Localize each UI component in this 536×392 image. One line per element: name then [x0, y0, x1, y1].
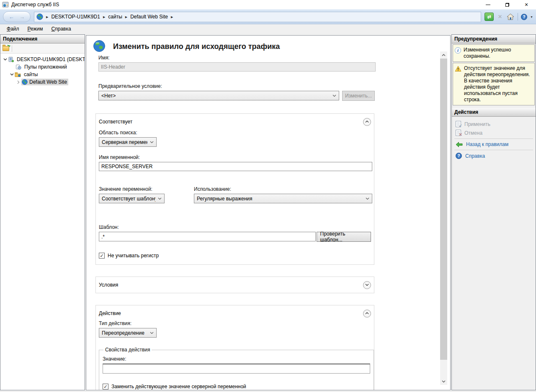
app-pools-icon	[15, 64, 21, 70]
variable-value-selected: Соответствует шаблону	[102, 196, 155, 202]
scope-label: Область поиска:	[99, 130, 371, 136]
menu-help[interactable]: Справка	[47, 25, 75, 33]
variable-value-label: Значение переменной:	[99, 186, 194, 192]
help-dropdown-icon[interactable]: ▼	[530, 15, 533, 18]
conditions-section: Условия	[95, 277, 374, 293]
scroll-down-icon[interactable]	[440, 378, 447, 385]
using-label: Использование:	[194, 186, 372, 192]
close-icon: ×	[525, 2, 528, 8]
chevron-down-icon	[366, 197, 369, 200]
sites-folder-icon	[15, 72, 21, 77]
right-panel: Предупреждения i Изменения успешно сохра…	[451, 34, 536, 390]
chevron-right-icon[interactable]	[15, 80, 21, 84]
pattern-field[interactable]	[99, 232, 316, 241]
restore-icon	[505, 3, 509, 7]
page-title: Изменить правило для исходящего трафика	[113, 40, 280, 51]
site-globe-icon	[22, 79, 28, 85]
chevron-down-icon	[332, 95, 336, 97]
connections-header: Подключения	[0, 35, 85, 44]
actions-header: Действия	[452, 108, 536, 117]
cancel-label: Отмена	[464, 130, 482, 136]
variable-name-label: Имя переменной:	[99, 154, 371, 160]
create-connection-icon[interactable]	[3, 46, 9, 51]
main-wrap: Изменить правило для исходящего трафика …	[85, 34, 451, 391]
tree-item-server[interactable]: DESKTOP-U1MK9D1 (DESKTOP	[0, 56, 85, 63]
edit-precondition-button[interactable]: Изменить...	[342, 91, 375, 101]
navigation-buttons: ← →	[3, 11, 31, 22]
collapse-action-button[interactable]	[363, 310, 371, 318]
globe-icon	[36, 13, 43, 20]
help-icon[interactable]: ?	[521, 14, 527, 20]
home-icon[interactable]	[506, 13, 515, 20]
menu-file[interactable]: Файл	[3, 25, 23, 33]
scroll-up-icon[interactable]	[440, 51, 447, 59]
iis-manager-window: Диспетчер служб IIS × ← → ▶ DESKTOP-U1MK	[0, 0, 536, 392]
breadcrumb-expand-icon[interactable]: ▶	[46, 15, 48, 19]
vertical-scrollbar[interactable]	[440, 51, 447, 385]
selected-tree-item[interactable]: Default Web Site	[21, 79, 68, 85]
breadcrumb-expand-icon[interactable]: ▶	[171, 15, 173, 19]
variable-value-select[interactable]: Соответствует шаблону	[99, 194, 165, 203]
pattern-label: Шаблон:	[99, 224, 371, 230]
connections-toolbar	[0, 44, 85, 54]
menu-view[interactable]: Режим	[23, 25, 47, 33]
app-icon	[2, 1, 9, 8]
chevron-down-icon[interactable]	[9, 73, 15, 76]
precondition-select[interactable]: <Нет>	[98, 91, 339, 100]
back-to-rules-label: Назад к правилам	[466, 141, 508, 147]
collapse-match-button[interactable]	[363, 118, 371, 126]
action-value-field[interactable]	[103, 364, 370, 374]
warning-icon	[455, 66, 461, 103]
breadcrumb-expand-icon[interactable]: ▶	[125, 15, 127, 19]
action-properties-group: Свойства действия Значение: ✓ Заменить д…	[99, 347, 374, 390]
breadcrumb-expand-icon[interactable]: ▶	[103, 15, 105, 19]
using-select[interactable]: Регулярные выражения	[194, 194, 372, 203]
chevron-down-icon	[158, 197, 162, 200]
alert-info: i Изменения успешно сохранены.	[453, 44, 535, 62]
action-type-selected: Переопределение	[102, 330, 144, 336]
divider	[454, 138, 533, 139]
chevron-down-icon[interactable]	[2, 58, 8, 61]
ignore-case-checkbox[interactable]: ✓	[99, 253, 105, 259]
connections-tree: DESKTOP-U1MK9D1 (DESKTOP Пулы приложений	[0, 54, 85, 390]
action-properties-legend: Свойства действия	[103, 347, 152, 353]
name-label: Имя:	[98, 55, 437, 61]
back-button[interactable]: ←	[9, 14, 14, 20]
breadcrumb[interactable]: ▶ DESKTOP-U1MK9D1 ▶ сайты ▶ Default Web …	[34, 12, 481, 22]
scope-select[interactable]: Серверная переменн	[99, 137, 157, 147]
action-section: Действие Тип действия: Переопределение	[95, 305, 374, 390]
alert-warning-text: Отсутствует значение для действия переоп…	[464, 65, 533, 103]
test-pattern-button[interactable]: Проверить шаблон...	[317, 232, 371, 242]
back-to-rules-link[interactable]: Назад к правилам	[452, 140, 536, 149]
restore-button[interactable]	[497, 0, 517, 9]
breadcrumb-default-web-site[interactable]: Default Web Site	[130, 14, 168, 20]
precondition-label: Предварительное условие:	[98, 83, 437, 89]
cancel-button: ✕ Отмена	[452, 128, 536, 137]
help-label: Справка	[465, 153, 485, 159]
help-link[interactable]: ? Справка	[452, 151, 536, 160]
close-button[interactable]: ×	[517, 0, 536, 9]
cancel-icon: ✕	[456, 130, 461, 136]
restart-icon[interactable]: ⇄	[484, 13, 494, 21]
minimize-button[interactable]	[478, 0, 497, 9]
tree-item-sites[interactable]: сайты	[0, 71, 85, 78]
tree-item-label: сайты	[23, 71, 39, 78]
breadcrumb-sites[interactable]: сайты	[108, 14, 122, 20]
variable-name-field[interactable]	[99, 162, 372, 171]
tree-item-app-pools[interactable]: Пулы приложений	[0, 63, 85, 71]
server-icon	[8, 56, 14, 62]
forward-button[interactable]: →	[19, 14, 25, 20]
address-toolbar: ← → ▶ DESKTOP-U1MK9D1 ▶ сайты ▶ Default …	[0, 9, 536, 24]
help-icon: ?	[456, 153, 462, 159]
scrollbar-thumb[interactable]	[440, 59, 447, 360]
action-type-select[interactable]: Переопределение	[99, 328, 157, 338]
toolbar-separator	[518, 13, 518, 20]
apply-button: ✓ Применить	[452, 120, 536, 128]
back-arrow-icon	[456, 142, 463, 147]
expand-conditions-button[interactable]	[363, 281, 371, 289]
actions-list: ✓ Применить ✕ Отмена Назад к правилам	[452, 117, 536, 162]
connections-panel: Подключения	[0, 34, 85, 390]
replace-value-checkbox[interactable]: ✓	[103, 384, 108, 389]
tree-item-default-web-site[interactable]: Default Web Site	[0, 78, 85, 86]
breadcrumb-server[interactable]: DESKTOP-U1MK9D1	[51, 14, 100, 20]
